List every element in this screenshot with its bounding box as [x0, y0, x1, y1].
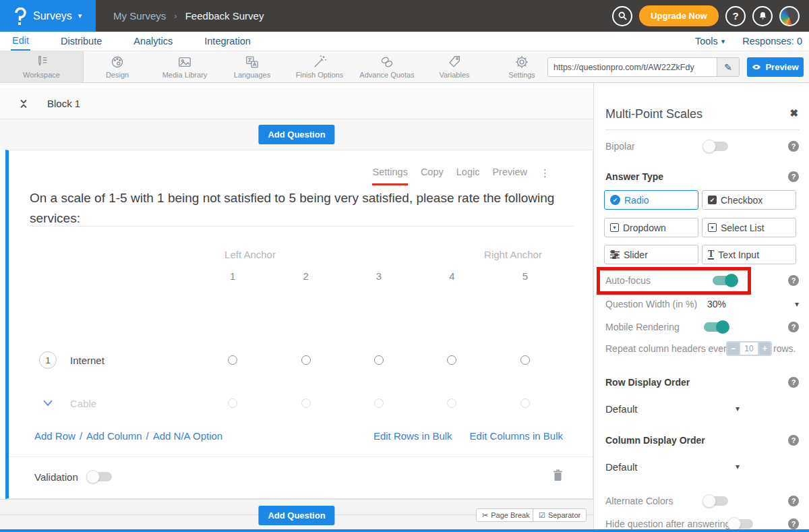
top-bar: Surveys ▾ My Surveys › Feedback Survey U…: [0, 0, 809, 32]
question-width-value[interactable]: 30%: [707, 299, 726, 309]
answer-type-checkbox[interactable]: ✔ Checkbox: [702, 190, 796, 210]
help-icon[interactable]: ?: [788, 275, 799, 286]
alternate-colors-toggle[interactable]: [704, 496, 728, 506]
validation-toggle[interactable]: [88, 472, 112, 481]
preview-button[interactable]: Preview: [747, 57, 804, 77]
radio-option[interactable]: [301, 398, 311, 408]
help-icon[interactable]: ?: [788, 141, 799, 152]
answer-type-dropdown[interactable]: ▾ Dropdown: [604, 218, 698, 237]
radio-option[interactable]: [374, 355, 384, 365]
toolbar-item-media-library[interactable]: Media Library: [151, 51, 218, 82]
add-column-link[interactable]: Add Column: [86, 430, 142, 442]
avatar[interactable]: [779, 6, 800, 26]
edit-url-button[interactable]: ✎: [717, 58, 739, 76]
toolbar-item-variables[interactable]: Variables: [421, 51, 488, 82]
column-header[interactable]: 2: [303, 270, 308, 282]
help-button[interactable]: ?: [725, 6, 746, 26]
upgrade-now-button[interactable]: Upgrade Now: [639, 5, 719, 26]
column-display-order-select[interactable]: Default ▾: [594, 459, 809, 474]
responses-count[interactable]: Responses: 0: [742, 36, 802, 47]
answer-type-slider[interactable]: Slider: [604, 245, 698, 264]
breadcrumb-parent[interactable]: My Surveys: [113, 10, 166, 22]
separator-button[interactable]: ☑ Separator: [533, 508, 587, 522]
radio-option[interactable]: [228, 398, 237, 408]
column-header[interactable]: 1: [230, 270, 235, 282]
kebab-menu-icon[interactable]: ⋮: [540, 167, 550, 178]
row-label-internet[interactable]: Internet: [70, 355, 104, 366]
toolbar-item-design[interactable]: Design: [84, 51, 151, 82]
stepper-plus-button[interactable]: +: [759, 343, 771, 355]
radio-option[interactable]: [301, 355, 311, 365]
tab-analytics[interactable]: Analytics: [132, 32, 174, 51]
radio-option[interactable]: [520, 398, 530, 408]
question-tab-preview[interactable]: Preview: [492, 167, 527, 183]
radio-option[interactable]: [374, 398, 384, 408]
stepper-value-input[interactable]: [740, 343, 758, 355]
row-number-badge: 1: [39, 351, 57, 369]
bipolar-toggle[interactable]: [704, 142, 728, 151]
stepper-minus-button[interactable]: −: [727, 343, 739, 355]
add-row-link[interactable]: Add Row: [34, 430, 76, 442]
scissors-icon: ✂: [482, 511, 488, 520]
help-icon[interactable]: ?: [788, 519, 799, 529]
toolbar-item-settings[interactable]: Settings: [488, 51, 556, 82]
product-menu[interactable]: Surveys ▾: [0, 0, 96, 32]
collapse-block-icon[interactable]: [19, 99, 28, 109]
radio-option[interactable]: [228, 355, 237, 365]
radio-option[interactable]: [447, 398, 456, 408]
question-tab-settings[interactable]: Settings: [372, 167, 407, 185]
row-label-cable[interactable]: Cable: [70, 398, 96, 409]
row-expand-chevron-icon[interactable]: [42, 399, 53, 407]
row-display-order-select[interactable]: Default ▾: [594, 401, 809, 416]
add-question-button-bottom[interactable]: Add Question: [258, 506, 334, 525]
help-icon[interactable]: ?: [788, 171, 799, 182]
column-header[interactable]: 5: [522, 270, 528, 282]
chevron-down-icon: ▾: [795, 299, 799, 309]
mobile-rendering-toggle[interactable]: [704, 322, 728, 332]
auto-focus-toggle[interactable]: [713, 276, 737, 285]
right-anchor-label[interactable]: Right Anchor: [454, 249, 572, 260]
column-header[interactable]: 3: [376, 270, 382, 282]
delete-question-button[interactable]: [553, 469, 563, 484]
column-header[interactable]: 4: [449, 270, 454, 282]
toolbar-item-finish-options[interactable]: Finish Options: [286, 51, 353, 82]
toolbar-item-workspace[interactable]: Workspace: [0, 51, 84, 82]
bipolar-row: Bipolar ?: [594, 139, 809, 154]
help-icon[interactable]: ?: [788, 377, 799, 388]
radio-option[interactable]: [520, 355, 530, 365]
edit-rows-bulk-link[interactable]: Edit Rows in Bulk: [373, 430, 452, 442]
search-button[interactable]: [612, 6, 632, 26]
add-na-option-link[interactable]: Add N/A Option: [153, 430, 222, 442]
answer-type-radio[interactable]: ✔ Radio: [604, 190, 698, 210]
help-icon[interactable]: ?: [788, 322, 799, 332]
tab-edit[interactable]: Edit: [11, 32, 30, 51]
question-text[interactable]: On a scale of 1-5 with 1 being not satis…: [30, 188, 569, 229]
block-title[interactable]: Block 1: [47, 98, 80, 109]
validation-label: Validation: [34, 471, 78, 483]
question-tab-copy[interactable]: Copy: [421, 167, 444, 183]
add-question-button[interactable]: Add Question: [258, 125, 334, 144]
help-icon[interactable]: ?: [788, 496, 799, 506]
tools-menu[interactable]: Tools▾: [695, 36, 725, 47]
answer-type-text-input[interactable]: T Text Input: [702, 245, 796, 264]
hide-question-toggle[interactable]: [729, 519, 753, 529]
left-anchor-label[interactable]: Left Anchor: [191, 249, 309, 260]
notifications-button[interactable]: [752, 6, 773, 26]
help-icon[interactable]: ?: [788, 435, 799, 446]
toolbar-item-languages[interactable]: Languages: [218, 51, 286, 82]
answer-type-select-list[interactable]: ▾ Select List: [702, 218, 796, 237]
page-break-button[interactable]: ✂ Page Break: [476, 508, 536, 522]
check-circle-icon: ✔: [610, 195, 620, 205]
scale-column-headers: 1 2 3 4 5: [196, 270, 562, 282]
radio-option[interactable]: [447, 355, 456, 365]
close-icon[interactable]: ✖: [789, 107, 798, 119]
question-card: Settings Copy Logic Preview ⋮ On a scale…: [5, 150, 593, 499]
survey-url-input[interactable]: [548, 58, 717, 76]
dropdown-box-icon: ▾: [708, 223, 717, 232]
toolbar-item-advance-quotas[interactable]: Advance Quotas: [353, 51, 421, 82]
tab-integration[interactable]: Integration: [203, 32, 252, 51]
question-tab-logic[interactable]: Logic: [456, 167, 480, 183]
edit-columns-bulk-link[interactable]: Edit Columns in Bulk: [470, 430, 563, 442]
tab-distribute[interactable]: Distribute: [59, 32, 103, 51]
question-width-row[interactable]: Question Width (in %) 30% ▾: [594, 297, 809, 312]
